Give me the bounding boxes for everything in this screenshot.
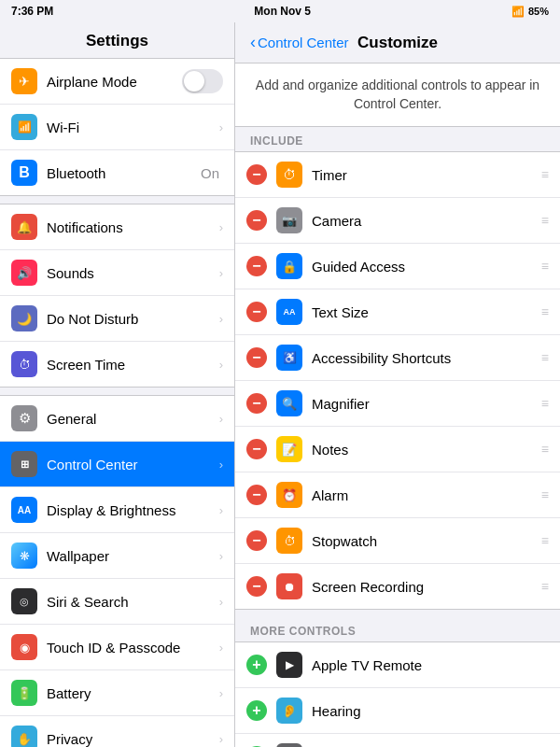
settings-item-touchid[interactable]: ◉ Touch ID & Passcode › (0, 625, 234, 670)
notes-label: Notes (312, 442, 541, 458)
remove-stopwatch-button[interactable]: − (246, 530, 267, 551)
display-label: Display & Brightness (47, 502, 219, 518)
control-item-alarm[interactable]: − ⏰ Alarm ≡ (235, 472, 560, 518)
remove-screenrecording-button[interactable]: − (246, 576, 267, 597)
control-item-scanqr[interactable]: + ▦ Scan QR Code (235, 734, 560, 747)
settings-group-system: 🔔 Notifications › 🔊 Sounds › 🌙 Do Not Di… (0, 204, 234, 388)
guidedaccess-label: Guided Access (312, 259, 541, 275)
notifications-label: Notifications (47, 219, 219, 235)
timer-label: Timer (312, 167, 541, 183)
notifications-arrow: › (219, 220, 223, 234)
controlcenter-arrow: › (219, 458, 223, 472)
settings-item-sounds[interactable]: 🔊 Sounds › (0, 250, 234, 296)
settings-item-wallpaper[interactable]: ❋ Wallpaper › (0, 533, 234, 579)
textsize-drag-handle[interactable]: ≡ (541, 304, 549, 319)
bluetooth-icon: B (11, 160, 37, 186)
right-header: ‹ Control Center Customize (235, 22, 560, 63)
timer-drag-handle[interactable]: ≡ (541, 167, 549, 182)
battery-icon: 🔋 (11, 680, 37, 706)
stopwatch-icon: ⏱ (276, 528, 302, 554)
privacy-icon: ✋ (11, 726, 37, 747)
main-layout: Settings ✈ Airplane Mode 📶 Wi-Fi › B Blu… (0, 22, 560, 747)
control-item-stopwatch[interactable]: − ⏱ Stopwatch ≡ (235, 518, 560, 564)
airplane-label: Airplane Mode (47, 74, 182, 90)
magnifier-drag-handle[interactable]: ≡ (541, 396, 549, 411)
control-item-guidedaccess[interactable]: − 🔒 Guided Access ≡ (235, 244, 560, 289)
more-list: + ▶ Apple TV Remote + 👂 Hearing + ▦ Scan… (235, 641, 560, 747)
remove-alarm-button[interactable]: − (246, 485, 267, 505)
screenrecording-icon: ⏺ (276, 573, 302, 599)
appletv-icon: ▶ (276, 652, 302, 678)
scanqr-icon: ▦ (276, 743, 302, 747)
screentime-arrow: › (219, 358, 223, 372)
control-item-appletv[interactable]: + ▶ Apple TV Remote (235, 642, 560, 688)
settings-item-siri[interactable]: ◎ Siri & Search › (0, 579, 234, 625)
wallpaper-icon: ❋ (11, 543, 37, 569)
camera-drag-handle[interactable]: ≡ (541, 213, 549, 228)
back-button[interactable]: ‹ Control Center (250, 33, 349, 52)
settings-item-donotdisturb[interactable]: 🌙 Do Not Disturb › (0, 296, 234, 342)
sidebar-title: Settings (0, 22, 234, 58)
control-item-accessibility[interactable]: − ♿ Accessibility Shortcuts ≡ (235, 335, 560, 381)
remove-accessibility-button[interactable]: − (246, 347, 267, 368)
airplane-icon: ✈ (11, 68, 37, 94)
control-item-timer[interactable]: − ⏱ Timer ≡ (235, 152, 560, 198)
control-item-textsize[interactable]: − AA Text Size ≡ (235, 289, 560, 335)
remove-guidedaccess-button[interactable]: − (246, 256, 267, 276)
settings-item-battery[interactable]: 🔋 Battery › (0, 670, 234, 716)
right-panel-title: Customize (357, 34, 438, 52)
notes-icon: 📝 (276, 436, 302, 462)
appletv-label: Apple TV Remote (312, 657, 549, 673)
remove-magnifier-button[interactable]: − (246, 393, 267, 414)
wifi-icon: 📶 (11, 114, 37, 140)
remove-camera-button[interactable]: − (246, 210, 267, 231)
add-hearing-button[interactable]: + (246, 700, 267, 721)
wallpaper-label: Wallpaper (47, 548, 219, 564)
controlcenter-icon: ⊞ (11, 451, 37, 477)
notes-drag-handle[interactable]: ≡ (541, 442, 549, 457)
status-date: Mon Nov 5 (254, 5, 311, 18)
accessibility-drag-handle[interactable]: ≡ (541, 350, 549, 365)
settings-item-notifications[interactable]: 🔔 Notifications › (0, 204, 234, 250)
wifi-label: Wi-Fi (47, 120, 219, 135)
screenrecording-drag-handle[interactable]: ≡ (541, 579, 549, 594)
sidebar: Settings ✈ Airplane Mode 📶 Wi-Fi › B Blu… (0, 22, 235, 747)
sounds-arrow: › (219, 266, 223, 280)
settings-item-screentime[interactable]: ⏱ Screen Time › (0, 342, 234, 387)
camera-icon: 📷 (276, 207, 302, 233)
touchid-arrow: › (219, 641, 223, 655)
guidedaccess-drag-handle[interactable]: ≡ (541, 259, 549, 274)
remove-timer-button[interactable]: − (246, 164, 267, 185)
settings-item-privacy[interactable]: ✋ Privacy › (0, 716, 234, 747)
accessibility-icon: ♿ (276, 345, 302, 371)
settings-item-wifi[interactable]: 📶 Wi-Fi › (0, 105, 234, 150)
remove-textsize-button[interactable]: − (246, 302, 267, 322)
settings-item-controlcenter[interactable]: ⊞ Control Center › (0, 442, 234, 487)
control-item-notes[interactable]: − 📝 Notes ≡ (235, 427, 560, 472)
stopwatch-drag-handle[interactable]: ≡ (541, 533, 549, 548)
bluetooth-label: Bluetooth (47, 165, 201, 181)
settings-item-general[interactable]: ⚙ General › (0, 396, 234, 442)
donotdisturb-icon: 🌙 (11, 305, 37, 331)
settings-item-display[interactable]: AA Display & Brightness › (0, 487, 234, 533)
controlcenter-label: Control Center (47, 457, 219, 472)
add-appletv-button[interactable]: + (246, 655, 267, 675)
status-time: 7:36 PM (11, 5, 53, 18)
settings-item-bluetooth[interactable]: B Bluetooth On (0, 150, 234, 195)
alarm-drag-handle[interactable]: ≡ (541, 487, 549, 502)
control-item-screenrecording[interactable]: − ⏺ Screen Recording ≡ (235, 564, 560, 609)
accessibility-label: Accessibility Shortcuts (312, 350, 541, 366)
airplane-toggle[interactable] (182, 69, 223, 93)
textsize-label: Text Size (312, 304, 541, 320)
control-item-hearing[interactable]: + 👂 Hearing (235, 688, 560, 734)
settings-item-airplane[interactable]: ✈ Airplane Mode (0, 59, 234, 105)
general-icon: ⚙ (11, 405, 37, 431)
camera-label: Camera (312, 213, 541, 229)
hearing-label: Hearing (312, 703, 549, 719)
include-section-header: INCLUDE (235, 127, 560, 151)
wallpaper-arrow: › (219, 549, 223, 563)
settings-group-network: ✈ Airplane Mode 📶 Wi-Fi › B Bluetooth On (0, 58, 234, 196)
remove-notes-button[interactable]: − (246, 439, 267, 459)
control-item-magnifier[interactable]: − 🔍 Magnifier ≡ (235, 381, 560, 427)
control-item-camera[interactable]: − 📷 Camera ≡ (235, 198, 560, 244)
